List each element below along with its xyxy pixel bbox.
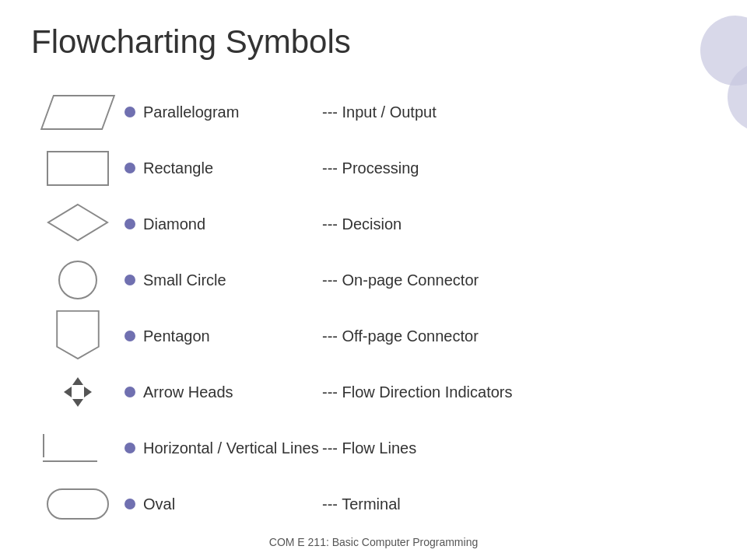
page: Flowcharting Symbols Parallelogram --- I… (0, 0, 747, 560)
shape-arrows-container (31, 377, 124, 407)
symbol-row-rectangle: Rectangle --- Processing (31, 140, 716, 196)
shape-parallelogram-container (31, 95, 124, 130)
symbol-desc-arrow-heads: --- Flow Direction Indicators (322, 383, 513, 401)
arrow-right-icon (84, 387, 92, 397)
symbol-desc-diamond: --- Decision (322, 215, 402, 233)
symbol-name-small-circle: Small Circle (143, 271, 322, 289)
symbol-row-oval: Oval --- Terminal (31, 476, 716, 532)
shape-hv-lines-container (31, 434, 124, 462)
bullet-rectangle (124, 163, 135, 173)
symbol-name-hv-lines: Horizontal / Vertical Lines (143, 439, 322, 457)
rectangle-shape (47, 151, 109, 186)
shape-oval-container (31, 488, 124, 520)
symbol-row-arrow-heads: Arrow Heads --- Flow Direction Indicator… (31, 364, 716, 420)
arrow-up-icon (72, 377, 83, 385)
arrow-left-icon (64, 387, 72, 397)
shape-diamond-container (31, 203, 124, 245)
parallelogram-shape (40, 95, 115, 130)
symbol-name-rectangle: Rectangle (143, 159, 322, 177)
symbol-desc-hv-lines: --- Flow Lines (322, 439, 416, 457)
symbol-name-pentagon: Pentagon (143, 327, 322, 345)
vline-group (43, 434, 44, 457)
bullet-small-circle (124, 275, 135, 285)
diamond-shape (47, 203, 109, 245)
symbol-row-small-circle: Small Circle --- On-page Connector (31, 252, 716, 308)
symbol-row-parallelogram: Parallelogram --- Input / Output (31, 84, 716, 140)
symbol-row-pentagon: Pentagon --- Off-page Connector (31, 308, 716, 364)
bullet-pentagon (124, 331, 135, 341)
symbol-name-diamond: Diamond (143, 215, 322, 233)
small-circle-shape (58, 261, 97, 299)
shape-rectangle-container (31, 151, 124, 186)
bullet-diamond (124, 219, 135, 229)
symbol-desc-pentagon: --- Off-page Connector (322, 327, 479, 345)
vertical-line (43, 434, 44, 457)
shape-small-circle-container (31, 261, 124, 299)
bullet-hv-lines (124, 443, 135, 453)
symbol-name-parallelogram: Parallelogram (143, 103, 322, 121)
svg-marker-1 (57, 310, 99, 358)
symbol-name-arrow-heads: Arrow Heads (143, 383, 322, 401)
bullet-oval (124, 499, 135, 509)
symbol-row-diamond: Diamond --- Decision (31, 196, 716, 252)
symbols-list: Parallelogram --- Input / Output Rectang… (31, 84, 716, 532)
arrows-middle-row (64, 387, 92, 397)
bullet-parallelogram (124, 107, 135, 117)
bullet-arrow-heads (124, 387, 135, 397)
page-title: Flowcharting Symbols (31, 23, 716, 61)
pentagon-shape (54, 310, 101, 363)
svg-marker-0 (48, 205, 107, 240)
symbol-desc-parallelogram: --- Input / Output (322, 103, 437, 121)
horizontal-line (43, 460, 97, 462)
symbol-name-oval: Oval (143, 495, 322, 513)
hv-lines-shape (43, 434, 113, 462)
symbol-row-hv-lines: Horizontal / Vertical Lines --- Flow Lin… (31, 420, 716, 476)
oval-shape (47, 488, 109, 520)
arrows-shape (47, 377, 109, 407)
symbol-desc-small-circle: --- On-page Connector (322, 271, 479, 289)
shape-pentagon-container (31, 310, 124, 363)
symbol-desc-oval: --- Terminal (322, 495, 401, 513)
symbol-desc-rectangle: --- Processing (322, 159, 419, 177)
arrow-down-icon (72, 399, 83, 407)
footer-text: COM E 211: Basic Computer Programming (0, 536, 747, 548)
